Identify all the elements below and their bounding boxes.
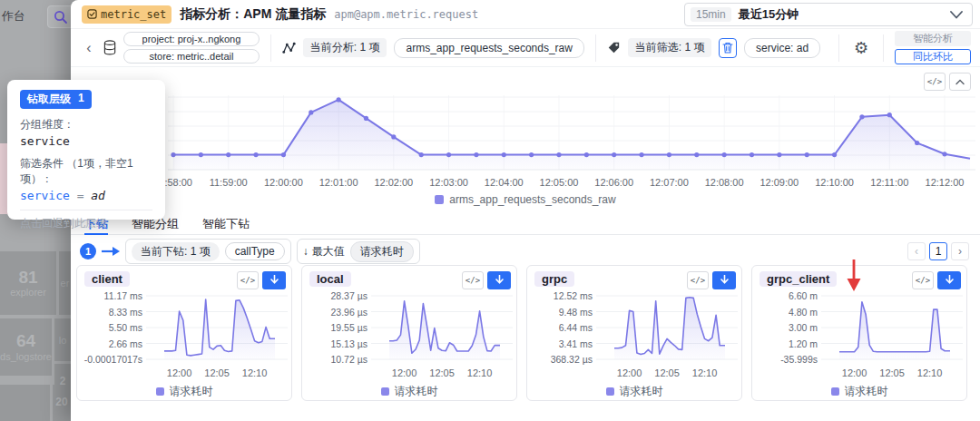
view-code-button[interactable]: </> [462,271,484,289]
compare-button[interactable]: 同比环比 [895,49,971,64]
mini-chart [371,288,513,366]
x-axis-label: 12:05 [647,367,687,378]
legend-swatch [435,195,444,204]
backdrop-tile [0,385,50,421]
x-axis-label: 12:07:00 [640,177,698,188]
x-axis-label: 12:02:00 [365,177,423,188]
data-point [777,152,781,157]
y-axis-label: 11.17 ms [79,289,142,302]
aggregation-group: ↓ 最大值 请求耗时 [297,239,420,264]
tab-smart-drill[interactable]: 智能下钻 [202,216,250,234]
x-axis-label: 12:10 [910,367,950,378]
data-point [171,152,175,157]
x-axis-label: 12:12:00 [916,177,974,188]
data-point [253,152,258,157]
data-point [474,152,478,157]
delete-filter-button[interactable] [719,38,737,58]
store-pill[interactable]: store: metric..detail [123,49,260,64]
download-button[interactable] [712,271,736,289]
metric-chip[interactable]: 请求耗时 [350,241,414,262]
view-code-button[interactable]: </> [237,271,259,289]
current-page[interactable]: 1 [929,242,947,260]
overview-legend: arms_app_requests_seconds_raw [71,193,980,206]
data-point [364,116,368,121]
y-axis-label: 12.52 ms [529,289,593,302]
mini-legend: 请求耗时 [302,384,516,399]
card-title: local [309,271,351,287]
dimension-pill[interactable]: callType [225,242,285,260]
store-info: project: proj-x..ngkong store: metric..d… [123,32,260,64]
y-axis-label: 28.37 µs [304,289,368,302]
view-code-button[interactable]: </> [912,271,934,289]
card-title: grpc [534,271,574,287]
x-axis-label: 12:06:00 [585,177,643,188]
drill-level-number: 1 [78,92,84,107]
project-pill[interactable]: project: proj-x..ngkong [123,32,260,46]
legend-swatch [381,387,389,396]
series-area [173,100,970,170]
aggregation-label: 最大值 [312,244,345,259]
x-axis-label: 12:10 [460,367,500,378]
page-title: 指标分析：APM 流量指标 [180,6,326,23]
data-point [639,152,643,157]
card-controls: </> [912,271,961,289]
aggregation-selector[interactable]: ↓ 最大值 [303,244,345,259]
y-axis-label: -0.00017017s [79,353,142,366]
y-axis-label: 4.80 m [754,306,818,318]
rollback-hint: 点击回退到此层级 [20,216,152,231]
drill-level-popover[interactable]: 钻取层级 1 分组维度： service 筛选条件 （1项，非空1项）： ser… [7,80,165,220]
x-axis-label: 12:11:00 [860,177,918,188]
mini-chart [596,288,738,366]
gear-icon[interactable]: ⚙ [854,38,868,58]
smart-analysis-button[interactable]: 智能分析 [895,31,971,46]
x-axis-label: 12:05 [422,367,462,378]
data-point [337,97,341,102]
y-axis-label: 8.33 ms [79,306,142,318]
drill-step-indicator: 1 [80,243,96,259]
prev-page-button[interactable]: ‹ [907,242,926,260]
overview-chart [168,86,975,173]
card-controls: </> [687,271,736,289]
download-icon [495,275,505,286]
collapse-left-button[interactable]: ‹ [82,38,96,58]
mini-chart-card-grpc-client: grpc_client </> 6.60 m4.80 m3.00 m1.20 m… [751,265,967,401]
series-area [614,298,725,359]
next-page-button[interactable]: › [951,242,969,260]
download-icon [270,275,279,286]
analysis-toolbar: ‹ project: proj-x..ngkong store: metric.… [71,29,980,67]
tile-count: 20 [55,397,67,408]
download-button[interactable] [487,271,511,289]
data-point [199,152,203,157]
download-icon [945,275,955,286]
x-axis-label: 12:10 [685,367,725,378]
tile-label: explorer [10,287,46,298]
group-dimension-value: service [20,134,152,148]
x-axis-label: 12:09:00 [750,177,808,188]
time-range-select[interactable]: 15min 最近15分钟 [684,3,973,26]
divider [883,34,884,62]
y-axis-label: 368.32 µs [529,353,593,366]
x-axis-label: 12:00 [835,367,875,378]
filter-value: ad [91,189,105,202]
view-code-button[interactable]: </> [687,271,709,289]
filter-value-pill[interactable]: service: ad [744,38,820,58]
divider [20,210,152,210]
arrow-right-icon [102,246,120,257]
backdrop-tile: 20 [53,385,71,421]
x-axis-label: 12:10:00 [806,177,864,188]
drill-level-badge-label: 钻取层级 [27,92,71,107]
download-button[interactable] [937,271,961,289]
backdrop-tile-clipped: lo [54,318,71,361]
data-point [832,152,837,157]
tile-count: 64 [16,332,35,351]
metric-name-pill[interactable]: arms_app_requests_seconds_raw [394,38,583,58]
current-drill-group: 当前下钻: 1 项 callType [125,239,291,264]
download-button[interactable] [262,271,286,289]
data-point [529,152,534,157]
data-point [667,152,671,157]
drill-level-badge: 钻取层级 1 [20,90,92,109]
x-axis-label: 12:10 [235,367,275,378]
chevron-down-icon [950,11,963,19]
screen: 作台 81 explorer er 64 ds_logstore lo 2 en… [0,0,980,421]
drill-filter-bar: 1 当前下钻: 1 项 callType ↓ 最大值 请求耗时 ‹ 1 › [71,238,980,265]
